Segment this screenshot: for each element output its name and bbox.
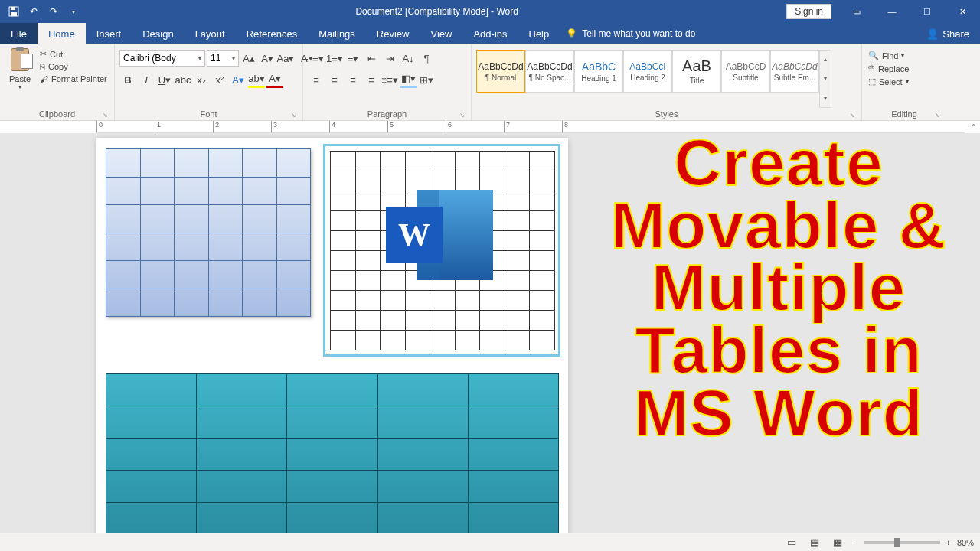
tab-home[interactable]: Home	[38, 23, 86, 44]
copy-icon: ⎘	[40, 62, 45, 71]
tab-design[interactable]: Design	[132, 23, 184, 44]
tab-addins[interactable]: Add-ins	[462, 23, 518, 44]
decrease-indent-icon[interactable]: ⇤	[363, 50, 380, 67]
tab-view[interactable]: View	[420, 23, 462, 44]
line-spacing-icon[interactable]: ‡≡▾	[381, 71, 398, 88]
qat-dropdown-icon[interactable]: ▾	[66, 4, 81, 19]
paste-label: Paste	[9, 74, 31, 83]
copy-button[interactable]: ⎘Copy	[38, 61, 109, 72]
numbering-icon[interactable]: 1≡▾	[326, 50, 343, 67]
tab-mailings[interactable]: Mailings	[308, 23, 366, 44]
bold-icon[interactable]: B	[119, 71, 136, 88]
shrink-font-icon[interactable]: A▾	[259, 50, 276, 67]
align-right-icon[interactable]: ≡	[345, 71, 361, 88]
group-font: Calibri (Body▾ 11▾ A▴ A▾ Aa▾ A̶ B I U▾ a…	[115, 44, 303, 120]
style-subtitle[interactable]: AaBbCcDSubtitle	[721, 50, 770, 93]
zoom-slider[interactable]	[864, 541, 940, 544]
subscript-icon[interactable]: x₂	[193, 71, 210, 88]
page[interactable]: W	[96, 138, 568, 533]
redo-icon[interactable]: ↷	[46, 4, 61, 19]
font-color-icon[interactable]: A▾	[266, 71, 283, 88]
grow-font-icon[interactable]: A▴	[240, 50, 257, 67]
justify-icon[interactable]: ≡	[363, 71, 380, 88]
svg-rect-1	[11, 7, 15, 10]
ribbon-tabs: File Home Insert Design Layout Reference…	[0, 23, 980, 44]
clipboard-group-label: Clipboard	[5, 108, 109, 120]
group-editing: 🔍Find▾ ᵃᵇReplace ⬚Select▾ Editing	[862, 44, 946, 120]
overlay-line5: MS Word	[583, 382, 974, 445]
increase-indent-icon[interactable]: ⇥	[381, 50, 398, 67]
style-heading1[interactable]: AaBbCHeading 1	[574, 50, 623, 93]
maximize-icon[interactable]: ☐	[910, 0, 945, 23]
align-center-icon[interactable]: ≡	[326, 71, 343, 88]
style-no-spacing[interactable]: AaBbCcDd¶ No Spac...	[525, 50, 574, 93]
sign-in-button[interactable]: Sign in	[786, 4, 831, 19]
tab-references[interactable]: References	[236, 23, 308, 44]
superscript-icon[interactable]: x²	[211, 71, 228, 88]
status-bar: ▭ ▤ ▦ − + 80%	[0, 533, 980, 551]
borders-icon[interactable]: ⊞▾	[418, 71, 435, 88]
tab-review[interactable]: Review	[366, 23, 420, 44]
quick-access-toolbar: ↶ ↷ ▾	[0, 4, 87, 19]
overlay-title: Create Movable & Multiple Tables in MS W…	[583, 132, 974, 444]
view-read-icon[interactable]: ▭	[783, 534, 800, 551]
title-bar: ↶ ↷ ▾ Document2 [Compatibility Mode] - W…	[0, 0, 980, 23]
tab-help[interactable]: Help	[518, 23, 560, 44]
style-normal[interactable]: AaBbCcDd¶ Normal	[476, 50, 525, 93]
strike-icon[interactable]: abc	[175, 71, 191, 88]
brush-icon: 🖌	[40, 74, 48, 83]
replace-icon: ᵃᵇ	[868, 64, 875, 73]
ribbon: Paste ▾ ✂Cut ⎘Copy 🖌Format Painter Clipb…	[0, 44, 980, 121]
styles-expand[interactable]: ▴▾▾	[819, 50, 831, 108]
close-icon[interactable]: ✕	[945, 0, 980, 23]
italic-icon[interactable]: I	[138, 71, 155, 88]
replace-button[interactable]: ᵃᵇReplace	[867, 63, 910, 74]
zoom-level[interactable]: 80%	[957, 538, 974, 547]
align-left-icon[interactable]: ≡	[308, 71, 325, 88]
group-paragraph: •≡▾ 1≡▾ ≡▾ ⇤ ⇥ A↓ ¶ ≡ ≡ ≡ ≡ ‡≡▾ ◧▾ ⊞▾ Pa…	[303, 44, 472, 120]
minimize-icon[interactable]: —	[874, 0, 910, 23]
format-painter-button[interactable]: 🖌Format Painter	[38, 73, 109, 84]
bullets-icon[interactable]: •≡▾	[308, 50, 325, 67]
share-button[interactable]: 👤 Share	[916, 23, 980, 44]
view-web-icon[interactable]: ▦	[829, 534, 846, 551]
tab-file[interactable]: File	[0, 23, 38, 44]
change-case-icon[interactable]: Aa▾	[277, 50, 294, 67]
zoom-out-icon[interactable]: −	[852, 538, 857, 547]
tab-insert[interactable]: Insert	[86, 23, 132, 44]
find-icon: 🔍	[868, 51, 879, 60]
table-blue-gradient[interactable]	[106, 148, 311, 317]
word-logo-icon: W	[386, 185, 493, 285]
highlight-icon[interactable]: ab▾	[248, 71, 265, 88]
window-controls: Sign in ▭ — ☐ ✕	[786, 0, 980, 23]
font-size-combo[interactable]: 11▾	[207, 50, 239, 67]
tell-me-search[interactable]: 💡 Tell me what you want to do	[566, 23, 695, 44]
overlay-line3: Multiple	[583, 256, 974, 319]
font-name-combo[interactable]: Calibri (Body▾	[119, 50, 205, 67]
paste-button[interactable]: Paste ▾	[5, 47, 35, 92]
svg-rect-2	[11, 12, 17, 16]
save-icon[interactable]	[6, 4, 21, 19]
tab-layout[interactable]: Layout	[185, 23, 236, 44]
editing-group-label: Editing	[867, 108, 942, 120]
underline-icon[interactable]: U▾	[156, 71, 173, 88]
sort-icon[interactable]: A↓	[400, 50, 416, 67]
ribbon-options-icon[interactable]: ▭	[839, 0, 874, 23]
show-marks-icon[interactable]: ¶	[418, 50, 435, 67]
style-title[interactable]: AaBTitle	[672, 50, 721, 93]
style-subtle-em[interactable]: AaBbCcDdSubtle Em...	[770, 50, 819, 93]
group-styles: AaBbCcDd¶ Normal AaBbCcDd¶ No Spac... Aa…	[472, 44, 862, 120]
find-button[interactable]: 🔍Find▾	[867, 50, 906, 61]
zoom-in-icon[interactable]: +	[946, 538, 951, 547]
view-print-icon[interactable]: ▤	[806, 534, 823, 551]
table-teal[interactable]	[106, 373, 559, 533]
text-effects-icon[interactable]: A▾	[230, 71, 247, 88]
multilevel-icon[interactable]: ≡▾	[345, 50, 361, 67]
undo-icon[interactable]: ↶	[26, 4, 41, 19]
overlay-line2: Movable &	[583, 194, 974, 257]
overlay-line4: Tables in	[583, 319, 974, 382]
shading-icon[interactable]: ◧▾	[400, 71, 416, 88]
select-button[interactable]: ⬚Select▾	[867, 76, 910, 87]
style-heading2[interactable]: AaBbCcIHeading 2	[623, 50, 672, 93]
cut-button[interactable]: ✂Cut	[38, 48, 109, 60]
